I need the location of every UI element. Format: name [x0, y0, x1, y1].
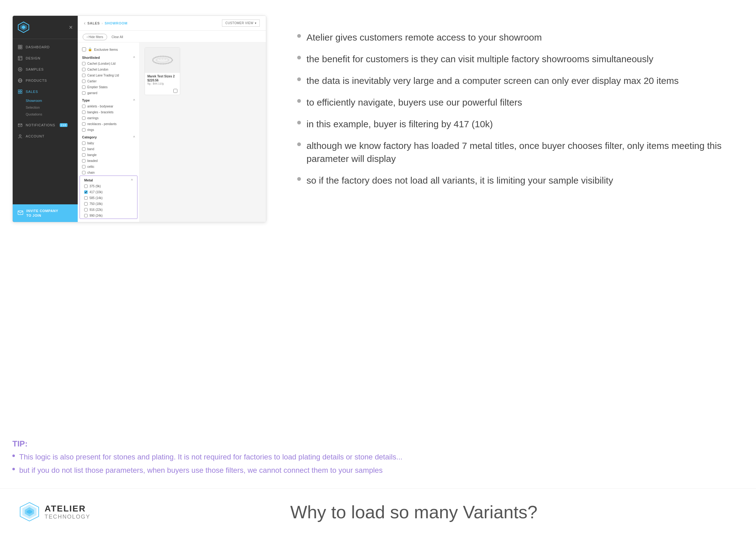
filter-417[interactable]: 417 (10k) — [80, 189, 137, 195]
product-select-checkbox[interactable] — [145, 87, 180, 95]
bullet-5-text: in this example, buyer is filtering by 4… — [306, 118, 493, 131]
dashboard-icon — [18, 44, 23, 49]
sidebar-item-notifications[interactable]: NOTIFICATIONS 218 — [13, 120, 78, 131]
bullet-dot — [297, 34, 301, 38]
bullet-6: although we know factory has loaded 7 me… — [297, 139, 725, 165]
filter-carat-lane[interactable]: Carat Lane Trading Ltd — [78, 72, 139, 78]
sidebar-subitem-showroom[interactable]: Showroom — [26, 97, 78, 104]
filter-cartier[interactable]: Cartier — [78, 78, 139, 84]
sidebar-item-account-label: ACCOUNT — [26, 134, 44, 138]
product-image — [145, 48, 180, 72]
shortlisted-chevron-icon: ^ — [133, 56, 135, 59]
bullet-dot — [297, 77, 301, 81]
filter-anklets[interactable]: anklets - bodywear — [78, 103, 139, 109]
filter-585[interactable]: 585 (14k) — [80, 195, 137, 201]
exclusive-items-filter[interactable]: 🔒 Exclusive Items — [78, 45, 139, 53]
breadcrumb: SALES › SHOWROOM — [87, 21, 127, 25]
bottom-tagline: Why to load so many Variants? — [90, 501, 738, 522]
filter-emptier-states[interactable]: Emptier States — [78, 84, 139, 90]
tip-bullet-1: This logic is also present for stones an… — [13, 452, 743, 463]
hide-filters-button[interactable]: ‹ Hide filters — [83, 34, 107, 40]
atelier-branding: ATELIER TECHNOLOGY — [18, 501, 90, 522]
sidebar: ✕ DASHBOARD — [13, 16, 78, 222]
product-info: Marek Test Sizes 2 $220.56 5g : $44.11/g — [145, 72, 180, 87]
sidebar-subitem-selection[interactable]: Selection — [26, 104, 78, 111]
shortlisted-group-header[interactable]: Shortlisted ^ — [78, 53, 139, 61]
bullet-3-text: the data is inevitably very large and a … — [306, 74, 679, 87]
filter-750[interactable]: 750 (18k) — [80, 201, 137, 207]
invite-company-button[interactable]: INVITE COMPANY TO JOIN — [13, 204, 78, 222]
tip-section: TIP: This logic is also present for ston… — [0, 430, 756, 482]
category-chevron-icon: ^ — [133, 136, 135, 139]
tip-bullet-1-text: This logic is also present for stones an… — [19, 452, 403, 463]
design-icon — [18, 56, 23, 61]
filter-cachet-london-ltd[interactable]: Cachet (London) Ltd — [78, 61, 139, 67]
metal-filter-box: Metal ^ 375 (9k) 417 (10k) 585 (14k) — [80, 176, 137, 219]
notifications-label: NOTIFICATIONS — [26, 123, 55, 127]
filters-bar: ‹ Hide filters Clear All — [78, 31, 266, 42]
filter-cachet-london[interactable]: Cachet London — [78, 67, 139, 72]
sidebar-item-products[interactable]: PRODUCTS — [13, 75, 78, 86]
exclusive-items-label: Exclusive Items — [94, 48, 118, 51]
svg-rect-16 — [18, 90, 20, 91]
type-group-header[interactable]: Type ^ — [78, 96, 139, 103]
sidebar-item-dashboard[interactable]: DASHBOARD — [13, 42, 78, 53]
sidebar-item-sales[interactable]: SALES — [13, 86, 78, 97]
filter-bangles[interactable]: bangles - bracelets — [78, 109, 139, 115]
filter-necklaces[interactable]: necklaces - pendants — [78, 121, 139, 127]
product-card[interactable]: Marek Test Sizes 2 $220.56 5g : $44.11/g — [145, 47, 180, 95]
bullet-1-text: Atelier gives customers remote access to… — [306, 31, 542, 44]
tip-label: TIP: — [13, 439, 743, 449]
filter-chain[interactable]: chain — [78, 170, 139, 176]
sidebar-item-account[interactable]: ACCOUNT — [13, 131, 78, 142]
bullet-dot — [297, 99, 301, 103]
breadcrumb-back-icon[interactable]: ‹ — [84, 20, 85, 26]
filter-990[interactable]: 990 (24k) — [80, 213, 137, 219]
category-group-header[interactable]: Category ^ — [78, 133, 139, 140]
svg-point-26 — [156, 60, 157, 60]
lock-icon: 🔒 — [88, 47, 92, 51]
sidebar-item-dashboard-label: DASHBOARD — [26, 45, 50, 49]
bottom-banner: ATELIER TECHNOLOGY Why to load so many V… — [0, 488, 756, 535]
tip-bullet-2-text: but if you do not list those parameters,… — [19, 465, 383, 476]
panel-topbar: ‹ SALES › SHOWROOM CUSTOMER VIEW ▾ — [78, 16, 266, 31]
brand-subtitle: TECHNOLOGY — [44, 514, 90, 520]
product-name: Marek Test Sizes 2 — [147, 74, 178, 78]
filter-celtic[interactable]: celtic — [78, 164, 139, 170]
sidebar-item-design-label: DESIGN — [26, 56, 40, 60]
bullet-4-text: to efficiently navigate, buyers use our … — [306, 96, 522, 109]
sidebar-subitem-quotations[interactable]: Quotations — [26, 111, 78, 118]
type-chevron-icon: ^ — [133, 99, 135, 102]
filter-baby[interactable]: baby — [78, 140, 139, 146]
exclusive-items-checkbox[interactable] — [82, 47, 86, 51]
customer-view-button[interactable]: CUSTOMER VIEW ▾ — [222, 19, 260, 27]
bullet-6-text: although we know factory has loaded 7 me… — [306, 139, 725, 165]
close-icon[interactable]: ✕ — [69, 24, 73, 30]
filter-rings[interactable]: rings — [78, 127, 139, 133]
atelier-diamond-icon — [18, 501, 40, 522]
sidebar-item-samples[interactable]: SAMPLES — [13, 64, 78, 75]
filter-bangle[interactable]: bangle — [78, 152, 139, 158]
tip-dot — [13, 468, 15, 470]
filter-beaded[interactable]: beaded — [78, 158, 139, 164]
breadcrumb-sales: SALES — [87, 21, 100, 25]
sidebar-item-design[interactable]: DESIGN — [13, 53, 78, 64]
bullet-dot — [297, 142, 301, 146]
atelier-logo-icon — [18, 21, 29, 33]
sidebar-item-samples-label: SAMPLES — [26, 68, 44, 71]
filter-band[interactable]: band — [78, 146, 139, 152]
filter-garrard[interactable]: garrard — [78, 90, 139, 96]
breadcrumb-current: SHOWROOM — [105, 21, 127, 25]
filter-375[interactable]: 375 (9k) — [80, 183, 137, 189]
filter-earrings[interactable]: earrings — [78, 115, 139, 121]
brand-name: ATELIER — [44, 504, 90, 514]
bullet-2-text: the benefit for customers is they can vi… — [306, 53, 653, 66]
sidebar-nav: DASHBOARD DESIGN — [13, 39, 78, 204]
svg-rect-17 — [20, 90, 22, 91]
products-icon — [18, 78, 23, 83]
product-weight: 5g : $44.11/g — [147, 82, 178, 85]
metal-group-header[interactable]: Metal ^ — [80, 176, 137, 183]
filter-916[interactable]: 916 (22k) — [80, 207, 137, 213]
clear-all-link[interactable]: Clear All — [111, 35, 123, 39]
sidebar-item-products-label: PRODUCTS — [26, 79, 47, 82]
